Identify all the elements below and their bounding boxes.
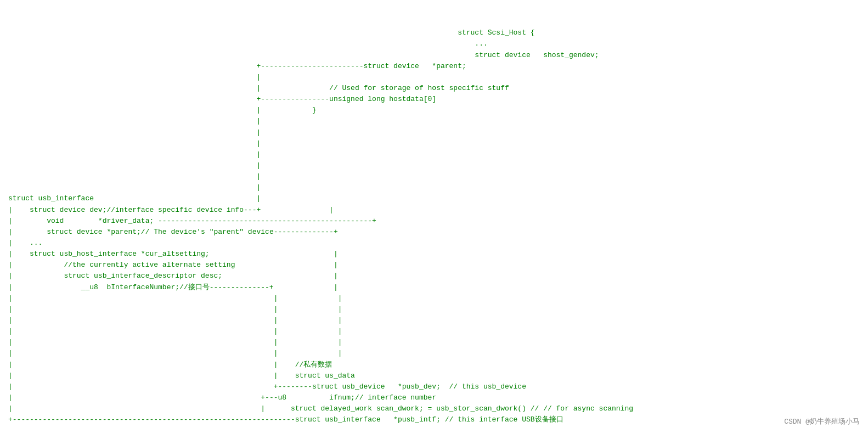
code-display: struct Scsi_Host { ... (0, 0, 868, 431)
watermark-text: CSDN @奶牛养殖场小马 (784, 417, 860, 426)
code-content: struct Scsi_Host { ... (8, 29, 633, 424)
